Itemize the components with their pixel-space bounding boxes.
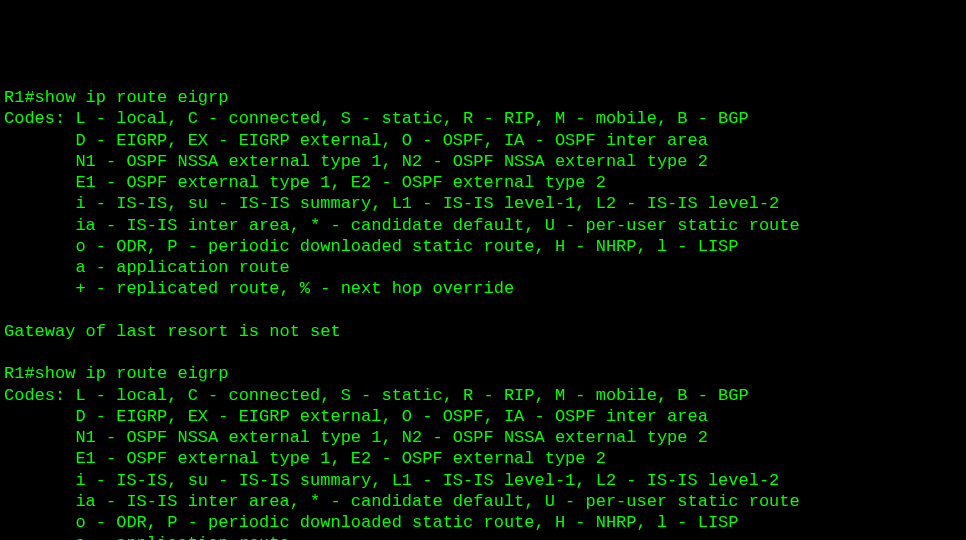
terminal-line: Codes: L - local, C - connected, S - sta… <box>4 109 749 128</box>
terminal-line: D - EIGRP, EX - EIGRP external, O - OSPF… <box>4 131 708 150</box>
terminal-line: ia - IS-IS inter area, * - candidate def… <box>4 216 800 235</box>
terminal-output[interactable]: R1#show ip route eigrp Codes: L - local,… <box>4 87 962 540</box>
terminal-line: i - IS-IS, su - IS-IS summary, L1 - IS-I… <box>4 471 779 490</box>
terminal-line: o - ODR, P - periodic downloaded static … <box>4 237 739 256</box>
terminal-line: N1 - OSPF NSSA external type 1, N2 - OSP… <box>4 152 708 171</box>
terminal-line: E1 - OSPF external type 1, E2 - OSPF ext… <box>4 173 606 192</box>
terminal-line: R1#show ip route eigrp <box>4 364 228 383</box>
terminal-line: Gateway of last resort is not set <box>4 322 341 341</box>
terminal-line: a - application route <box>4 258 290 277</box>
terminal-line: E1 - OSPF external type 1, E2 - OSPF ext… <box>4 449 606 468</box>
terminal-line: i - IS-IS, su - IS-IS summary, L1 - IS-I… <box>4 194 779 213</box>
terminal-line: Codes: L - local, C - connected, S - sta… <box>4 386 749 405</box>
terminal-line: D - EIGRP, EX - EIGRP external, O - OSPF… <box>4 407 708 426</box>
terminal-line: ia - IS-IS inter area, * - candidate def… <box>4 492 800 511</box>
terminal-line: o - ODR, P - periodic downloaded static … <box>4 513 739 532</box>
terminal-line: a - application route <box>4 534 290 540</box>
terminal-line: R1#show ip route eigrp <box>4 88 228 107</box>
terminal-line: + - replicated route, % - next hop overr… <box>4 279 514 298</box>
terminal-line: N1 - OSPF NSSA external type 1, N2 - OSP… <box>4 428 708 447</box>
